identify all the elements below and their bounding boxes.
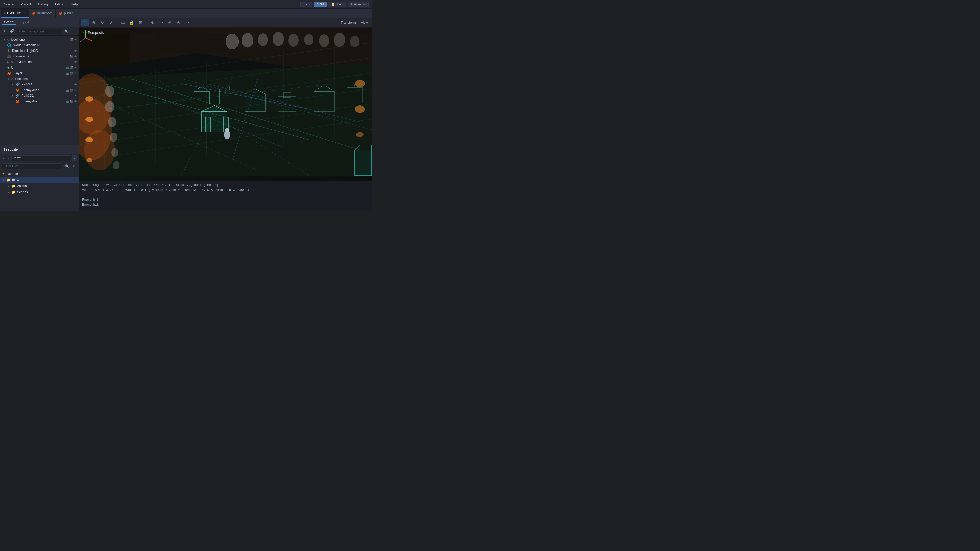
tool-mesh-button[interactable]: ◉	[148, 19, 156, 26]
view-button[interactable]: View	[360, 20, 369, 25]
tool-select-button[interactable]: ↖	[81, 19, 89, 26]
tree-item-level-one[interactable]: ▼ ○ level_one 🎬 👁	[0, 37, 79, 42]
tab-add-button[interactable]: +	[76, 9, 84, 17]
tree-item-player[interactable]: 🦀 Player 📺 🎬 👁	[0, 70, 79, 76]
vis-icon-player[interactable]: 👁	[74, 72, 77, 75]
add-node-button[interactable]: +	[2, 28, 7, 35]
menu-debug[interactable]: Debug	[37, 2, 49, 6]
fs-folder-icon-res: 📁	[6, 178, 11, 182]
import-tab[interactable]: Import	[18, 20, 31, 25]
arrow-path3d2[interactable]: ▼	[11, 94, 14, 97]
console-line-3: Enemy hit	[82, 198, 369, 203]
mode-3d-button[interactable]: ⟳ 3D	[314, 2, 327, 7]
fs-arrow-scenes[interactable]: ▶	[8, 191, 10, 194]
vis-icon[interactable]: 👁	[74, 38, 77, 41]
vis-icon-env[interactable]: 👁	[74, 60, 77, 64]
tool-rotate-button[interactable]: ↻	[99, 19, 106, 26]
vis-icon-cam[interactable]: 👁	[74, 55, 77, 58]
mode-script-button[interactable]: 📜 Script	[328, 2, 346, 7]
3d-icon: ⟳	[317, 3, 319, 6]
arrow-environment[interactable]: ▶	[7, 61, 9, 64]
fs-options-icon[interactable]: ⋮	[71, 147, 77, 152]
node-icon-ui: ●	[7, 65, 9, 70]
svg-point-83	[225, 128, 229, 132]
fs-filter-bar: 🔍 ⇅	[0, 162, 79, 170]
tab-level-one[interactable]: ● level_one ×	[1, 9, 29, 17]
link-node-button[interactable]: 🔗	[8, 29, 15, 34]
fs-item-scenes[interactable]: ▶ 📁 Scenes	[0, 189, 79, 195]
vis-icon-em2[interactable]: 👁	[74, 100, 77, 103]
scene-options-icon[interactable]: ⋮	[71, 20, 77, 25]
tool-more-button[interactable]: ⋯	[183, 19, 191, 26]
vis-icon-ui[interactable]: 👁	[74, 66, 77, 69]
tab-level-one-icon: ●	[4, 11, 6, 14]
anim-icon: 🎬	[70, 38, 73, 41]
tool-scale-button[interactable]: ⤢	[107, 19, 115, 26]
tool-cam-button[interactable]: ⊙	[175, 19, 182, 26]
fs-forward-button[interactable]: ›	[7, 156, 10, 161]
scene-search-input[interactable]	[17, 29, 62, 34]
left-panel: Scene Import ⋮ + 🔗 🔍 ⋮ ▼ ○ level_	[0, 18, 79, 211]
svg-point-75	[350, 36, 360, 47]
svg-point-67	[226, 34, 239, 49]
tree-item-enemymush2[interactable]: 🦀 EnemyMush... 📺 🎬 👁	[0, 98, 79, 104]
tree-item-camera3d[interactable]: 🎥 Camera3D 🎬 👁	[0, 54, 79, 59]
fs-arrow-assets[interactable]: ▶	[8, 185, 10, 187]
fs-back-button[interactable]: ‹	[2, 156, 5, 161]
scene-tab[interactable]: Scene	[2, 20, 16, 25]
menu-scene[interactable]: Scene	[3, 2, 14, 6]
arrow-enemies[interactable]: ▼	[7, 78, 10, 80]
scene-filter-icon[interactable]: ⋮	[71, 29, 77, 34]
fs-label-assets: Assets	[17, 184, 27, 188]
vis-icon-em1[interactable]: 👁	[74, 89, 77, 92]
vis-icon-dirlight[interactable]: 👁	[74, 49, 77, 52]
perspective-dot: ⋯	[83, 30, 87, 35]
tab-close-button[interactable]: ×	[24, 11, 25, 15]
fs-sort-icon[interactable]: ⇅	[72, 164, 77, 168]
fs-filter-input[interactable]	[2, 163, 62, 169]
tree-item-path3d2[interactable]: ▼ 🔗 Path3D2 👁	[0, 93, 79, 98]
tool-light-button[interactable]: ☀	[166, 19, 173, 26]
menu-editor[interactable]: Editor	[54, 2, 65, 6]
node-icon-player: 🦀	[7, 71, 11, 75]
tool-move-button[interactable]: ⊕	[90, 19, 97, 26]
transform-button[interactable]: Transform	[339, 20, 357, 25]
tree-item-worldenv[interactable]: 🌐 WorldEnvironment	[0, 42, 79, 48]
menu-help[interactable]: Help	[70, 2, 79, 6]
tree-item-dirlight[interactable]: ✳ DirectionalLight3D 👁	[0, 48, 79, 54]
tree-item-ui[interactable]: ● UI 📺 🎬 👁	[0, 65, 79, 70]
fs-layout-button[interactable]: ▪	[73, 156, 77, 161]
fs-tree: ★ Favorites: ▼ 📁 res:// ▶ 📁 Assets	[0, 170, 79, 211]
filesystem-tab[interactable]: FileSystem	[2, 147, 22, 152]
fs-search-icon[interactable]: 🔍	[64, 164, 70, 168]
svg-point-38	[86, 97, 93, 102]
tree-item-enemymush1[interactable]: 🦀 EnemyMush... 📺 🎬 👁	[0, 87, 79, 93]
fs-item-res[interactable]: ▼ 📁 res://	[0, 177, 79, 183]
tool-rect-button[interactable]: ▭	[119, 19, 127, 26]
arrow-level-one[interactable]: ▼	[3, 38, 6, 41]
tool-dots-button[interactable]: ⋯	[157, 19, 165, 26]
node-name-enemies: Enemies	[15, 77, 76, 81]
viewport-3d[interactable]: ⋯ Perspective	[79, 27, 372, 181]
script-icon: 📜	[331, 3, 334, 6]
tab-player[interactable]: 🦀 player	[56, 9, 76, 17]
tab-mushroom[interactable]: 🦀 mushroom	[29, 9, 56, 17]
svg-rect-52	[245, 94, 266, 112]
vis-icon-path3d2[interactable]: 👁	[74, 94, 77, 97]
vp-toolbar-right: Transform View	[339, 20, 369, 25]
tool-lock-button[interactable]: 🔒	[128, 19, 135, 26]
mode-assetlib-button[interactable]: ⬇ AssetLib	[348, 2, 369, 7]
scene-search-icon[interactable]: 🔍	[63, 29, 70, 34]
menu-project[interactable]: Project	[20, 2, 32, 6]
tree-item-environment[interactable]: ▶ ○ Environment 👁	[0, 59, 79, 65]
arrow-path3d[interactable]: ▼	[11, 83, 14, 86]
tree-item-enemies[interactable]: ▼ ○ Enemies	[0, 76, 79, 82]
mode-2d-button[interactable]: ↕ 2D	[301, 2, 312, 7]
perspective-label[interactable]: ⋯ Perspective	[83, 30, 107, 35]
fs-item-assets[interactable]: ▶ 📁 Assets	[0, 183, 79, 189]
tool-grid-button[interactable]: ⊞	[137, 19, 144, 26]
tree-item-path3d[interactable]: ▼ 🔗 Path3D 👁	[0, 82, 79, 87]
vis-icon-path3d[interactable]: 👁	[74, 83, 77, 86]
fs-arrow-res[interactable]: ▼	[2, 179, 5, 181]
svg-point-44	[356, 132, 364, 137]
